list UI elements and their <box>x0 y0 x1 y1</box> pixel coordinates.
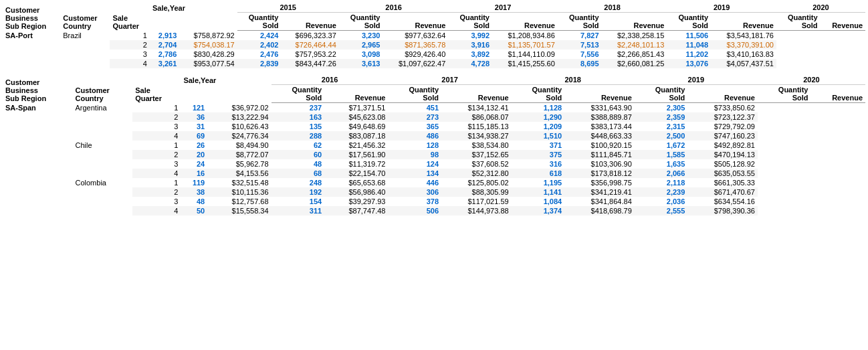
rev-cell: $733,850.62 <box>687 103 758 113</box>
rev-cell: $83,087.18 <box>324 131 388 141</box>
rev-2020: Revenue <box>821 13 865 31</box>
rev-cell: $341,219.41 <box>564 187 635 197</box>
rev-cell: $830,428.29 <box>179 50 237 59</box>
qty-cell: 2,965 <box>339 40 383 50</box>
rev-cell: $4,153.56 <box>207 169 271 178</box>
rev-cell: $5,962.78 <box>207 159 271 169</box>
rev-cell: $634,554.16 <box>687 197 758 206</box>
rev2-2017: Revenue <box>441 85 512 103</box>
qty-cell: 1,084 <box>512 197 565 206</box>
quarter-cell: 2 <box>132 187 181 197</box>
qty-cell: 311 <box>272 206 325 215</box>
qty-cell: 4,728 <box>448 59 492 68</box>
quarter-cell: 1 <box>132 141 181 150</box>
rev-cell: $3,543,181.76 <box>711 31 776 41</box>
subregion-header: CustomerBusinessSub Region <box>3 3 60 31</box>
rev-cell: $4,057,437.51 <box>711 59 776 68</box>
qty-cell: 1,290 <box>512 112 565 122</box>
rev-cell: $505,128.92 <box>687 159 758 169</box>
qty-cell: 16 <box>181 169 207 178</box>
rev-cell: $37,152.65 <box>441 150 512 159</box>
qty-2018: QuantitySold <box>558 13 602 31</box>
rev-cell: $418,698.79 <box>564 206 635 215</box>
rev-cell: $977,632.64 <box>383 31 448 41</box>
rev-cell: $38,534.80 <box>441 141 512 150</box>
rev2-2020: Revenue <box>810 85 865 103</box>
qty-cell: 3,098 <box>339 50 383 59</box>
qty-cell: 1,141 <box>512 187 565 197</box>
year-2015: 2015 <box>237 3 339 13</box>
rev-cell: $117,021.59 <box>441 197 512 206</box>
year-2018-t1: 2018 <box>558 3 667 13</box>
qty-cell: 3,916 <box>448 40 492 50</box>
rev-cell: $1,144,110.09 <box>492 50 558 59</box>
rev2-2019: Revenue <box>687 85 758 103</box>
qty-cell: 237 <box>272 103 325 113</box>
qty2-2016: QuantitySold <box>272 85 325 103</box>
rev-cell: $383,173.44 <box>564 122 635 131</box>
qty-cell: 2,555 <box>635 206 688 215</box>
rev-cell: $45,623.08 <box>324 112 388 122</box>
rev-cell: $125,805.02 <box>441 178 512 187</box>
qty-cell: 7,827 <box>558 31 602 41</box>
qty-cell: 128 <box>388 141 441 150</box>
quarter-cell: 1 <box>110 31 150 41</box>
qty-cell: 365 <box>388 122 441 131</box>
qty-cell: 135 <box>272 122 325 131</box>
rev-cell: $134,132.41 <box>441 103 512 113</box>
rev-cell: $723,122.37 <box>687 112 758 122</box>
qty-cell: 62 <box>272 141 325 150</box>
qty-cell: 1,635 <box>635 159 688 169</box>
country-brazil: Brazil <box>60 31 110 69</box>
qty-cell: 98 <box>388 150 441 159</box>
country-header-2: CustomerCountry <box>72 75 132 103</box>
rev-cell: $470,194.13 <box>687 150 758 159</box>
quarter-cell: 1 <box>132 103 181 113</box>
quarter-cell: 2 <box>132 112 181 122</box>
rev-cell: $71,371.51 <box>324 103 388 113</box>
quarter-header-2: SaleQuarter <box>132 75 181 103</box>
qty-cell: 2,500 <box>635 131 688 141</box>
rev-cell: $8,772.07 <box>207 150 271 159</box>
sale-year-label-2: Sale,Year <box>181 75 271 85</box>
rev-cell: $13,222.94 <box>207 112 271 122</box>
qty-cell: 11,202 <box>667 50 711 59</box>
rev-2016: Revenue <box>383 13 448 31</box>
qty-cell: 13,076 <box>667 59 711 68</box>
rev-cell: $341,864.84 <box>564 197 635 206</box>
qty-cell: 2,424 <box>237 31 282 41</box>
year-2019-t2: 2019 <box>635 75 758 85</box>
rev-cell: $696,323.37 <box>281 31 338 41</box>
rev-cell: $871,365.78 <box>383 40 448 50</box>
rev-cell: $32,515.48 <box>207 178 271 187</box>
qty-cell: 48 <box>272 159 325 169</box>
rev-cell: $3,370,391.00 <box>711 40 776 50</box>
qty-2017: QuantitySold <box>448 13 492 31</box>
qty-cell: 451 <box>388 103 441 113</box>
rev-2017: Revenue <box>492 13 558 31</box>
rev-cell: $87,747.48 <box>324 206 388 215</box>
qty-cell: 248 <box>272 178 325 187</box>
qty-cell: 2,476 <box>237 50 282 59</box>
quarter-cell: 4 <box>132 169 181 178</box>
rev-cell: $24,776.34 <box>207 131 271 141</box>
region-sa-span: SA-Span <box>3 103 72 216</box>
qty-cell: 1,209 <box>512 122 565 131</box>
rev-cell: $356,998.75 <box>564 178 635 187</box>
rev-cell: $103,306.90 <box>564 159 635 169</box>
qty-cell: 134 <box>388 169 441 178</box>
rev-cell: $747,160.23 <box>687 131 758 141</box>
year-2016-t1: 2016 <box>339 3 449 13</box>
qty-cell: 1,374 <box>512 206 565 215</box>
blank2 <box>181 85 271 103</box>
country-header: CustomerCountry <box>60 3 110 31</box>
rev-cell: $953,077.54 <box>179 59 237 68</box>
rev-cell: $635,053.55 <box>687 169 758 178</box>
qty-cell: 69 <box>181 131 207 141</box>
qty-cell: 36 <box>181 112 207 122</box>
rev-cell: $757,953.22 <box>281 50 338 59</box>
quarter-cell: 4 <box>110 59 150 68</box>
qty-cell: 1,510 <box>512 131 565 141</box>
qty-cell: 1,585 <box>635 150 688 159</box>
quarter-cell: 3 <box>110 50 150 59</box>
